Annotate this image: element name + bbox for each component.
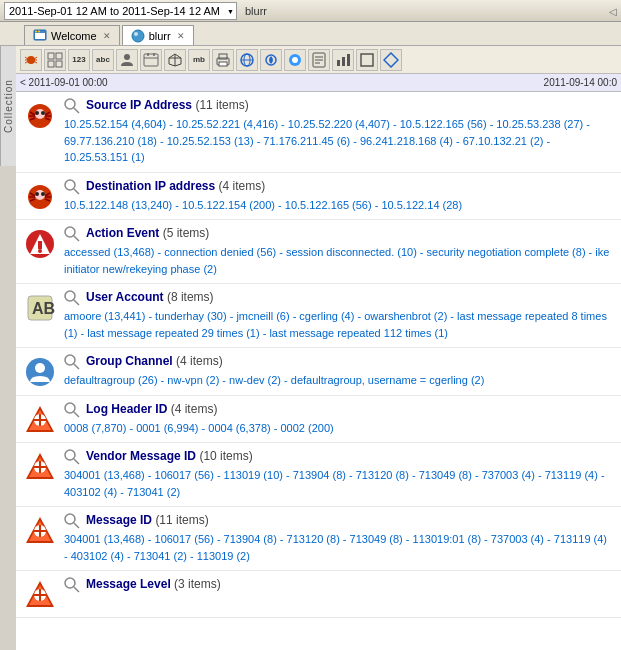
title-bar: 2011-Sep-01 12 AM to 2011-Sep-14 12 AM b… [0,0,621,22]
vendor-msg-search-icon [64,449,80,465]
message-id-title: Message ID (11 items) [86,513,209,527]
svg-point-3 [38,30,40,32]
svg-rect-15 [48,61,54,67]
action-event-icon [24,228,56,260]
toolbar-blue-circle-btn[interactable] [284,49,306,71]
group-channel-data: defaultragroup (26) - nw-vpn (2) - nw-de… [64,372,613,389]
log-header-body: Log Header ID (4 items) 0008 (7,870) - 0… [64,402,613,437]
svg-rect-69 [38,241,42,249]
toolbar-calendar-btn[interactable] [140,49,162,71]
svg-line-95 [74,523,79,528]
message-level-search-icon [64,577,80,593]
dest-ip-icon [24,181,56,213]
source-ip-body: Source IP Address (11 items) 10.25.52.15… [64,98,613,166]
toolbar-chart-btn[interactable] [332,49,354,71]
message-level-body: Message Level (3 items) [64,577,613,595]
svg-point-33 [292,57,298,63]
svg-point-17 [124,54,130,60]
toolbar-spider-btn[interactable] [20,49,42,71]
toolbar: 123 abc mb [16,46,621,74]
svg-point-79 [65,355,75,365]
blurr-tab-icon [131,29,145,43]
tab-welcome-close[interactable]: ✕ [103,31,111,41]
section-message-id: Message ID (11 items) 304001 (13,468) - … [16,507,621,571]
svg-point-99 [65,578,75,588]
group-channel-body: Group Channel (4 items) defaultragroup (… [64,354,613,389]
tab-blurr-label: blurr [149,30,171,42]
message-level-title: Message Level (3 items) [86,577,221,591]
source-ip-header: Source IP Address (11 items) [64,98,613,114]
svg-text:AB: AB [32,300,55,317]
date-range-dropdown-wrap[interactable]: 2011-Sep-01 12 AM to 2011-Sep-14 12 AM [4,2,237,20]
toolbar-grid-btn[interactable] [44,49,66,71]
svg-point-51 [35,111,39,115]
svg-marker-42 [384,53,398,67]
toolbar-cube-btn[interactable] [164,49,186,71]
toolbar-printer-btn[interactable] [212,49,234,71]
user-account-data: amoore (13,441) - tunderhay (30) - jmcne… [64,308,613,341]
toolbar-diamond-btn[interactable] [380,49,402,71]
timeline-bar: < 2011-09-01 00:00 2011-09-14 00:0 [16,74,621,92]
toolbar-123-btn[interactable]: 123 [68,49,90,71]
toolbar-print2-btn[interactable] [308,49,330,71]
action-event-search-icon [64,226,80,242]
svg-point-94 [65,514,75,524]
svg-line-66 [74,189,79,194]
toolbar-globe-btn[interactable] [236,49,258,71]
message-id-header: Message ID (11 items) [64,513,613,529]
vendor-msg-icon [24,451,56,483]
tab-bar: Collection Welcome ✕ blurr ✕ [0,22,621,46]
dest-ip-header: Destination IP address (4 items) [64,179,613,195]
svg-line-90 [74,459,79,464]
svg-rect-1 [35,33,45,39]
svg-point-78 [35,363,45,373]
tab-blurr[interactable]: blurr ✕ [122,25,194,45]
svg-point-71 [65,227,75,237]
group-channel-search-icon [64,354,80,370]
svg-point-4 [132,30,144,42]
svg-point-53 [65,99,75,109]
section-user-account: AB User Account (8 items) amoore (13,441… [16,284,621,348]
source-ip-title: Source IP Address (11 items) [86,98,249,112]
svg-rect-38 [337,60,340,66]
main-content: Source IP Address (11 items) 10.25.52.15… [16,92,621,650]
group-channel-icon [24,356,56,388]
action-event-header: Action Event (5 items) [64,226,613,242]
tab-blurr-close[interactable]: ✕ [177,31,185,41]
toolbar-square-btn[interactable] [356,49,378,71]
svg-rect-41 [361,54,373,66]
vendor-msg-data: 304001 (13,468) - 106017 (56) - 113019 (… [64,467,613,500]
action-event-body: Action Event (5 items) accessed (13,468)… [64,226,613,277]
svg-point-63 [35,192,39,196]
section-log-header: Log Header ID (4 items) 0008 (7,870) - 0… [16,396,621,444]
toolbar-person-btn[interactable] [116,49,138,71]
tab-welcome[interactable]: Welcome ✕ [24,25,120,45]
message-id-search-icon [64,513,80,529]
toolbar-swirl-btn[interactable] [260,49,282,71]
log-header-icon [24,404,56,436]
toolbar-abc-btn[interactable]: abc [92,49,114,71]
section-action-event: Action Event (5 items) accessed (13,468)… [16,220,621,284]
svg-point-75 [65,291,75,301]
log-header-search-icon [64,402,80,418]
toolbar-mb-btn[interactable]: mb [188,49,210,71]
svg-rect-40 [347,54,350,66]
section-message-level: Message Level (3 items) [16,571,621,618]
app-window: 2011-Sep-01 12 AM to 2011-Sep-14 12 AM b… [0,0,621,650]
timeline-end: 2011-09-14 00:0 [544,77,617,88]
dest-ip-title: Destination IP address (4 items) [86,179,265,193]
source-ip-icon [24,100,56,132]
source-ip-search-icon [64,98,80,114]
user-account-icon: AB [24,292,56,324]
date-range-dropdown[interactable]: 2011-Sep-01 12 AM to 2011-Sep-14 12 AM [4,2,237,20]
section-dest-ip: Destination IP address (4 items) 10.5.12… [16,173,621,221]
message-id-body: Message ID (11 items) 304001 (13,468) - … [64,513,613,564]
collection-label: Collection [0,46,16,166]
svg-rect-39 [342,57,345,66]
dest-ip-data: 10.5.122.148 (13,240) - 10.5.122.154 (20… [64,197,613,214]
svg-point-70 [38,249,42,253]
log-header-data: 0008 (7,870) - 0001 (6,994) - 0004 (6,37… [64,420,613,437]
expand-icon[interactable]: ◁ [609,6,617,17]
vendor-msg-body: Vendor Message ID (10 items) 304001 (13,… [64,449,613,500]
svg-point-84 [65,403,75,413]
